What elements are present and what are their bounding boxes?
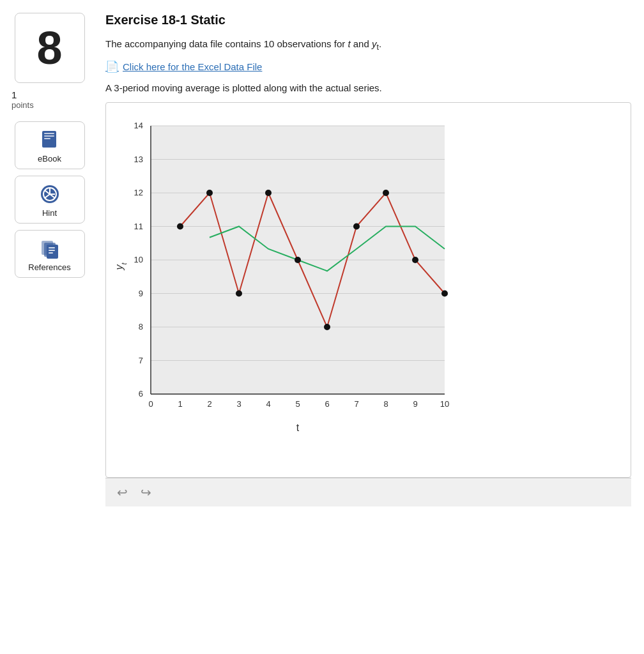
points-value: 1 xyxy=(12,89,99,100)
main-content: Exercise 18-1 Static The accompanying da… xyxy=(99,13,644,506)
svg-text:1: 1 xyxy=(178,399,182,409)
chart-container: 6 7 8 9 10 11 12 13 14 0 1 2 3 4 5 xyxy=(105,102,631,478)
svg-text:13: 13 xyxy=(134,155,143,164)
svg-rect-3 xyxy=(44,138,50,139)
data-point xyxy=(295,257,301,263)
svg-text:6: 6 xyxy=(325,399,329,409)
exercise-title: Exercise 18-1 Static xyxy=(105,13,631,27)
svg-text:14: 14 xyxy=(134,121,143,130)
ebook-icon xyxy=(38,128,61,151)
description: The accompanying data file contains 10 o… xyxy=(105,36,631,54)
data-point xyxy=(441,291,448,297)
redo-button[interactable]: ↪ xyxy=(138,483,154,501)
toolbar: ↩ ↪ xyxy=(105,478,631,506)
excel-icon: 📄 xyxy=(105,60,119,73)
undo-button[interactable]: ↩ xyxy=(114,483,130,501)
svg-text:5: 5 xyxy=(295,399,300,409)
desc-yt: yt xyxy=(372,38,379,49)
svg-text:7: 7 xyxy=(139,356,143,365)
sidebar: 8 1 points eBook xyxy=(0,13,99,506)
data-point xyxy=(236,291,242,297)
excel-link[interactable]: 📄 Click here for the Excel Data File xyxy=(105,60,631,73)
svg-rect-14 xyxy=(49,247,55,248)
svg-text:9: 9 xyxy=(139,289,143,298)
references-button[interactable]: References xyxy=(15,230,85,278)
svg-rect-16 xyxy=(49,252,53,254)
svg-rect-1 xyxy=(44,133,54,134)
moving-avg-description: A 3-period moving average is plotted alo… xyxy=(105,82,631,93)
data-point xyxy=(353,224,360,230)
data-point xyxy=(265,190,272,196)
svg-text:6: 6 xyxy=(139,389,143,399)
hint-button[interactable]: Hint xyxy=(15,176,85,224)
ebook-label: eBook xyxy=(38,154,61,164)
chart-area: 6 7 8 9 10 11 12 13 14 0 1 2 3 4 5 xyxy=(112,113,624,445)
data-point xyxy=(206,190,213,196)
hint-icon xyxy=(38,183,61,206)
svg-text:7: 7 xyxy=(354,399,358,409)
svg-text:4: 4 xyxy=(266,399,270,409)
data-point xyxy=(383,190,389,196)
svg-text:8: 8 xyxy=(383,399,388,409)
data-point xyxy=(324,324,330,330)
excel-link-text: Click here for the Excel Data File xyxy=(123,61,262,72)
svg-text:11: 11 xyxy=(134,222,143,231)
exercise-number: 8 xyxy=(15,13,85,83)
svg-text:9: 9 xyxy=(413,399,417,409)
ebook-button[interactable]: eBook xyxy=(15,121,85,169)
svg-rect-2 xyxy=(44,135,54,137)
references-label: References xyxy=(28,262,70,272)
svg-text:0: 0 xyxy=(148,399,153,409)
hint-label: Hint xyxy=(42,208,57,218)
points-label: points xyxy=(12,100,99,110)
chart-svg: 6 7 8 9 10 11 12 13 14 0 1 2 3 4 5 xyxy=(112,113,489,445)
data-point xyxy=(412,257,418,263)
references-icon xyxy=(38,237,61,260)
svg-text:t: t xyxy=(296,422,300,433)
data-point xyxy=(177,224,183,230)
desc-suffix: . xyxy=(379,38,381,49)
svg-text:8: 8 xyxy=(139,322,143,331)
svg-text:10: 10 xyxy=(134,255,143,264)
svg-text:2: 2 xyxy=(207,399,211,409)
svg-rect-15 xyxy=(49,250,55,251)
svg-rect-13 xyxy=(47,245,58,259)
svg-text:3: 3 xyxy=(236,399,241,409)
svg-text:10: 10 xyxy=(440,399,449,409)
svg-text:yt: yt xyxy=(114,262,128,271)
desc-middle: and xyxy=(351,38,372,49)
svg-text:12: 12 xyxy=(134,188,143,197)
desc-prefix: The accompanying data file contains 10 o… xyxy=(105,38,348,49)
